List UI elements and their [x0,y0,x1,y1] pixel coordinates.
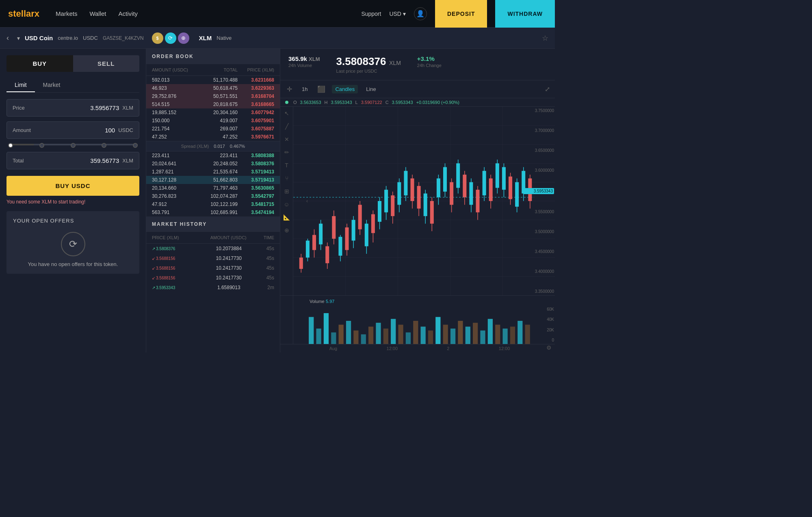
expand-chart-button[interactable]: ⤢ [545,85,550,93]
buy-order-row[interactable]: 223.411 223.411 3.5808388 [146,151,280,160]
support-link[interactable]: Support [361,11,381,17]
withdraw-button[interactable]: WITHDRAW [495,0,555,28]
amount-slider-container [6,144,139,145]
logo[interactable]: stellarx [8,9,39,19]
buy-total: 71,797.463 [195,185,238,191]
sell-price: 3.6229363 [238,85,274,91]
buy-order-row[interactable]: 30,127.128 51,662.803 3.5719413 [146,176,280,184]
tool-grid[interactable]: ⊞ [284,188,289,195]
mh-col-time: TIME [254,235,274,240]
base-type-label: Native [217,35,232,41]
slider-dot-25[interactable] [39,143,44,148]
usdc-icon[interactable]: $ [152,32,163,44]
collapse-sidebar-btn[interactable]: ‹ [306,198,308,204]
logo-text: stellar [8,9,35,19]
svg-rect-47 [404,171,407,195]
buy-button[interactable]: BUY USDC [6,176,139,196]
svg-rect-111 [495,325,500,344]
candle-chart[interactable]: 3.7500000 3.7000000 3.6500000 3.6000000 … [293,107,555,295]
buy-order-row[interactable]: 563.791 102,685.991 3.5474194 [146,208,280,216]
buy-order-row[interactable]: 1,287.621 21,535.674 3.5719413 [146,168,280,176]
svg-rect-107 [466,327,470,344]
line-button[interactable]: Line [363,85,379,93]
trade-direction: ↙ 3.5688156 [152,276,202,280]
trade-price: 3.5808376 [156,247,175,251]
tool-fork[interactable]: ⑂ [285,175,288,182]
svg-rect-59 [443,167,447,191]
sell-tab[interactable]: SELL [73,55,140,72]
protocol-icon[interactable]: ⊕ [178,32,189,44]
total-input[interactable] [37,157,119,164]
crosshair-tool[interactable]: ✛ [285,84,294,95]
sell-order-row[interactable]: 150.000 419.007 3.6075901 [146,117,280,125]
nav-wallet[interactable]: Wallet [89,10,106,17]
sell-order-row[interactable]: 221.754 269.007 3.6075887 [146,125,280,133]
buy-tab[interactable]: BUY [6,55,73,72]
candle-type-icon[interactable]: ⬛ [316,84,327,95]
market-history-list: ↗ 3.5808376 10.2073884 45s ↙ 3.5688156 1… [146,244,280,292]
slider-dot-100[interactable] [133,143,138,148]
volume-area: Volume 5.97 [280,295,555,344]
market-tab[interactable]: Market [35,78,69,92]
svg-rect-43 [391,195,394,216]
tool-ruler[interactable]: 📐 [283,214,290,221]
sell-order-row[interactable]: 46.923 50,618.475 3.6229363 [146,84,280,92]
chart-settings-icon[interactable]: ⚙ [546,344,552,351]
user-profile-icon[interactable]: 👤 [414,7,427,20]
time-label-12: 12:00 [387,346,398,351]
favorite-icon[interactable]: ☆ [542,34,548,43]
volume-unit: XLM [309,56,320,62]
svg-rect-23 [325,246,329,263]
buy-amount: 47.912 [152,201,195,207]
asset-dropdown[interactable]: ▾ [17,35,20,41]
slider-dot-50[interactable] [71,143,76,148]
svg-rect-93 [361,334,366,344]
buy-amount: 563.791 [152,210,195,215]
ohlc-c-value: 3.5953343 [392,100,413,105]
trade-amount: 1.6589013 [204,285,254,290]
asset-address: GA5ZSE_K4KZVN [103,35,144,41]
candles-button[interactable]: Candles [332,85,358,93]
sell-order-row[interactable]: 47.252 47.252 3.5976671 [146,133,280,141]
tool-line[interactable]: ╱ [285,123,288,130]
tool-cursor[interactable]: ↖ [284,110,289,117]
buy-order-row[interactable]: 20,134.660 71,797.463 3.5630865 [146,184,280,192]
base-currency-label: XLM [199,35,212,41]
buy-sell-tabs: BUY SELL [6,55,139,72]
deposit-button[interactable]: DEPOSIT [435,0,487,28]
price-input[interactable] [37,104,119,111]
slider-dot-75[interactable] [102,143,106,148]
sell-order-row[interactable]: 29,752.876 50,571.551 3.6168704 [146,92,280,100]
svg-rect-99 [406,333,411,344]
tool-emoji[interactable]: ☺ [284,201,289,208]
buy-order-row[interactable]: 20,024.641 20,248.052 3.5808376 [146,160,280,168]
nav-activity[interactable]: Activity [119,10,138,17]
currency-selector[interactable]: USD ▾ [389,11,406,17]
tool-text[interactable]: T [285,162,288,169]
tool-zoom[interactable]: ⊕ [284,227,289,234]
order-book-header: ORDER BOOK [146,49,280,64]
back-button[interactable]: ‹ [6,34,9,42]
nav-markets[interactable]: Markets [56,10,77,17]
slider-dot-0[interactable] [8,143,13,148]
timeframe-1h-button[interactable]: 1h [299,85,311,93]
amount-input[interactable] [37,127,115,134]
amount-label: Amount [13,127,37,133]
svg-rect-51 [417,186,421,209]
buy-order-row[interactable]: 30,276.823 102,074.287 3.5542797 [146,192,280,200]
buy-order-row[interactable]: 47.912 102,122.199 3.5481715 [146,200,280,208]
sell-order-row[interactable]: 514.515 20,818.675 3.6168665 [146,100,280,108]
svg-rect-96 [383,329,388,344]
volume-chart: Volume 5.97 [293,296,555,344]
svg-rect-90 [339,325,344,344]
trade-time: 45s [254,246,274,251]
limit-tab[interactable]: Limit [6,78,35,92]
svg-rect-45 [397,182,401,205]
stellar-icon[interactable]: ⟳ [165,32,176,44]
svg-rect-97 [391,319,396,344]
tool-pencil[interactable]: ✏ [284,149,289,156]
sell-order-row[interactable]: 592.013 51,170.488 3.6231668 [146,76,280,84]
tool-cross[interactable]: ✕ [284,136,289,143]
sell-order-row[interactable]: 19,885.152 20,304.160 3.6077942 [146,108,280,117]
svg-rect-113 [510,327,515,344]
